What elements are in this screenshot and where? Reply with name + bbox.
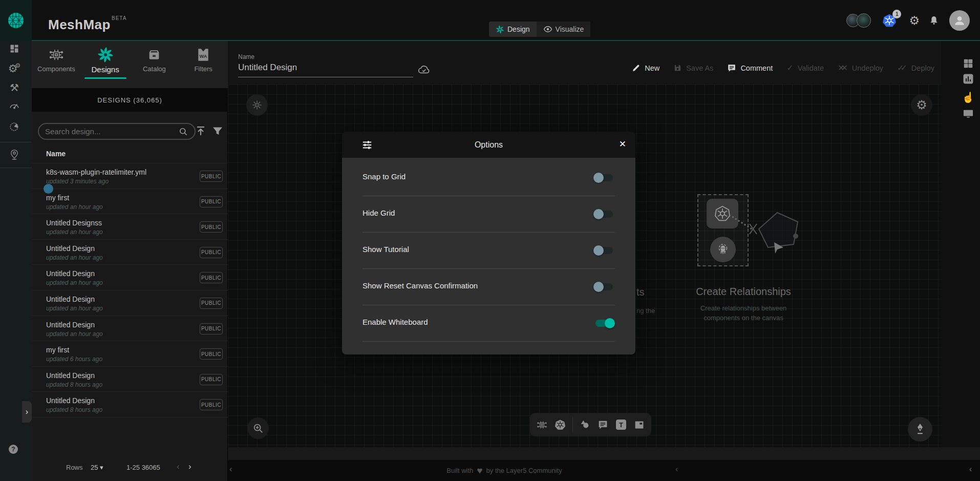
design-row-7[interactable]: Untitled Design updated an hour ago PUBL… (32, 316, 228, 341)
sidebar-item-dashboard[interactable] (8, 43, 20, 55)
design-row-2[interactable]: my first updated an hour ago PUBLIC (32, 189, 228, 214)
tab-designs[interactable]: Designs (81, 41, 130, 88)
text-tool-icon[interactable]: T (615, 419, 627, 431)
svg-text:WA: WA (200, 54, 207, 59)
collapse-right-chevron[interactable]: ‹ (969, 465, 972, 474)
comment-tool-icon[interactable] (597, 419, 609, 431)
option-divider (363, 341, 615, 342)
collaborator-avatar-2[interactable] (857, 13, 871, 28)
sidebar-item-lifecycle[interactable]: ⚙⚙ (8, 62, 20, 74)
rows-per-page-select[interactable]: 25 ▾ (91, 464, 103, 471)
design-row-3[interactable]: Untitled Designss updated an hour ago PU… (32, 214, 228, 239)
option-label: Enable Whiteboard (363, 318, 428, 326)
validate-label: Validate (798, 64, 824, 72)
notifications-bell-icon[interactable] (929, 15, 939, 26)
close-icon[interactable]: ✕ (619, 139, 626, 150)
display-screen-icon[interactable] (962, 108, 974, 120)
shapes-tool-icon[interactable] (579, 419, 591, 431)
design-row-4[interactable]: Untitled Design updated an hour ago PUBL… (32, 239, 228, 265)
design-updated: updated 8 hours ago (46, 381, 102, 388)
whiteboard-pen-button[interactable] (908, 417, 932, 442)
help-button[interactable]: ? (9, 445, 18, 454)
footer-suffix: by the Layer5 Community (486, 467, 562, 474)
analytics-panel-icon[interactable] (962, 73, 974, 85)
visibility-badge: PUBLIC (200, 399, 223, 410)
tab-filters[interactable]: WA Filters (179, 41, 228, 88)
option-toggle-1[interactable] (595, 211, 613, 218)
visibility-badge: PUBLIC (200, 221, 223, 233)
sidebar-item-configuration[interactable]: ⚒ (8, 81, 20, 94)
collaborator-presence-avatar (44, 184, 53, 194)
design-row-10[interactable]: Untitled Design updated 8 hours ago PUBL… (32, 391, 228, 417)
tab-filters-label: Filters (194, 65, 212, 73)
left-nav-rail: ⚙⚙ ⚒ › (0, 41, 32, 481)
header-right-cluster: 1 ⚙ (846, 0, 980, 41)
tab-design[interactable]: Design (489, 22, 537, 37)
beta-tag: BETA (112, 15, 126, 21)
filter-funnel-icon[interactable] (211, 125, 225, 138)
eye-icon (543, 25, 552, 34)
design-name-label: Name (238, 53, 254, 60)
design-updated: updated 3 minutes ago (46, 178, 109, 185)
canvas-actions-toolbar: New Save As Comment (632, 63, 934, 73)
design-name: my first (46, 194, 69, 202)
search-icon[interactable] (178, 127, 188, 137)
prev-page-button[interactable]: ‹ (177, 462, 180, 472)
tab-visualize[interactable]: Visualize (537, 22, 591, 37)
design-spiral-icon (496, 25, 504, 34)
kubernetes-context-button[interactable]: 1 (882, 13, 897, 28)
canvas-settings-gear-button[interactable]: ⚙ (911, 94, 932, 116)
collapse-left-chevron[interactable]: ‹ (229, 465, 232, 474)
component-chip-tool-icon[interactable] (536, 419, 548, 431)
settings-gear-icon[interactable]: ⚙ (909, 15, 920, 27)
visibility-badge: PUBLIC (200, 247, 223, 258)
relationship-demo-graphic (732, 202, 809, 284)
design-row-9[interactable]: Untitled Design updated 8 hours ago PUBL… (32, 366, 228, 392)
tab-designs-label: Designs (92, 65, 119, 74)
undeploy-button[interactable]: ✕✕ Undeploy (838, 63, 883, 73)
design-name-input[interactable] (238, 62, 413, 77)
empty-state-title: Create Relationships (667, 286, 820, 298)
canvas-config-wheel-button[interactable] (246, 94, 268, 116)
next-page-button[interactable]: › (188, 462, 191, 472)
design-updated: updated an hour ago (46, 279, 103, 286)
tab-catalog[interactable]: Catalog (130, 41, 179, 88)
widgets-grid-icon[interactable] (962, 57, 974, 70)
design-row-6[interactable]: Untitled Design updated an hour ago PUBL… (32, 290, 228, 316)
panel-expand-handle[interactable]: › (22, 401, 32, 423)
touch-gesture-icon[interactable]: ☝ (962, 91, 974, 103)
option-toggle-2[interactable] (595, 247, 613, 254)
option-toggle-4[interactable] (595, 320, 613, 327)
validate-button[interactable]: ✓ Validate (786, 63, 824, 73)
kubernetes-tool-icon[interactable] (554, 419, 566, 431)
design-row-1[interactable]: k8s-wasm-plugin-ratelimiter.yml updated … (32, 163, 228, 189)
mode-design-label: Design (507, 25, 530, 33)
option-row-show-tutorial: Show Tutorial (342, 233, 635, 269)
sidebar-item-performance[interactable] (8, 99, 20, 111)
import-design-icon[interactable] (195, 125, 208, 138)
option-toggle-3[interactable] (595, 283, 613, 290)
new-button[interactable]: New (632, 64, 659, 72)
option-toggle-0[interactable] (595, 174, 613, 181)
search-input[interactable] (45, 127, 178, 136)
sidebar-item-extensions[interactable] (8, 120, 20, 133)
zoom-in-button[interactable] (247, 417, 269, 439)
layer5-logo[interactable] (0, 0, 32, 41)
collapse-mid-chevron[interactable]: ‹ (675, 465, 678, 474)
gear-icon: ⚙ (916, 98, 927, 112)
media-tool-icon[interactable] (633, 419, 646, 431)
save-as-button[interactable]: Save As (673, 64, 713, 72)
tab-components-label: Components (37, 65, 75, 73)
tab-components[interactable]: Components (32, 41, 81, 88)
comment-label: Comment (740, 64, 773, 72)
footer-prefix: Built with (446, 467, 473, 474)
top-header: MeshMapBETA (0, 0, 980, 41)
comment-button[interactable]: Comment (727, 64, 773, 73)
design-row-5[interactable]: Untitled Design updated an hour ago PUBL… (32, 264, 228, 290)
check-icon: ✓ (786, 63, 793, 73)
user-profile-avatar[interactable] (949, 10, 970, 31)
design-row-8[interactable]: my first updated 6 hours ago PUBLIC (32, 341, 228, 366)
deploy-button[interactable]: ✓✓ Deploy (897, 63, 934, 73)
pill-divider (572, 417, 573, 432)
sidebar-item-meshmap[interactable] (8, 149, 20, 161)
